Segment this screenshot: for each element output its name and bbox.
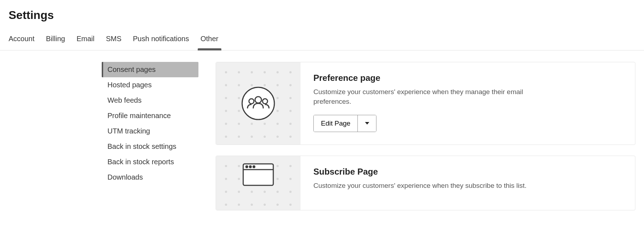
card-title-subscribe: Subscribe Page xyxy=(313,167,622,177)
tabs-bar: Account Billing Email SMS Push notificat… xyxy=(0,32,644,50)
users-group-icon xyxy=(241,86,275,121)
main-content: Preference page Customize your customers… xyxy=(216,62,635,210)
tab-billing[interactable]: Billing xyxy=(46,32,65,50)
card-illustration-subscribe xyxy=(216,156,301,210)
sidebar-item-downloads[interactable]: Downloads xyxy=(102,170,198,185)
card-desc-subscribe: Customize your customers' experience whe… xyxy=(313,181,535,191)
card-preference-page: Preference page Customize your customers… xyxy=(216,62,635,145)
svg-point-6 xyxy=(246,166,248,168)
tab-sms[interactable]: SMS xyxy=(106,32,121,50)
tab-push-notifications[interactable]: Push notifications xyxy=(133,32,189,50)
sidebar-item-hosted-pages[interactable]: Hosted pages xyxy=(102,77,198,93)
sidebar-item-consent-pages[interactable]: Consent pages xyxy=(102,62,198,77)
page-title: Settings xyxy=(9,9,635,22)
sidebar-item-back-in-stock-reports[interactable]: Back in stock reports xyxy=(102,154,198,170)
svg-point-8 xyxy=(253,166,255,168)
card-desc-preference: Customize your customers' experience whe… xyxy=(313,87,535,106)
sidebar-item-profile-maintenance[interactable]: Profile maintenance xyxy=(102,108,198,123)
sidebar-item-back-in-stock-settings[interactable]: Back in stock settings xyxy=(102,139,198,154)
edit-page-dropdown-toggle[interactable] xyxy=(357,115,376,132)
sidebar: Consent pages Hosted pages Web feeds Pro… xyxy=(102,62,198,210)
svg-point-7 xyxy=(250,166,251,168)
card-subscribe-page: Subscribe Page Customize your customers'… xyxy=(216,156,635,210)
tab-account[interactable]: Account xyxy=(9,32,34,50)
tab-other[interactable]: Other xyxy=(201,32,218,50)
tab-email[interactable]: Email xyxy=(77,32,95,50)
caret-down-icon xyxy=(365,122,370,125)
sidebar-item-web-feeds[interactable]: Web feeds xyxy=(102,93,198,108)
card-illustration-preference xyxy=(216,62,301,145)
browser-window-icon xyxy=(242,163,274,186)
card-title-preference: Preference page xyxy=(313,73,622,83)
edit-page-button[interactable]: Edit Page xyxy=(314,115,357,132)
split-button-edit-page: Edit Page Use Hosted Page xyxy=(313,115,376,132)
sidebar-item-utm-tracking[interactable]: UTM tracking xyxy=(102,123,198,139)
